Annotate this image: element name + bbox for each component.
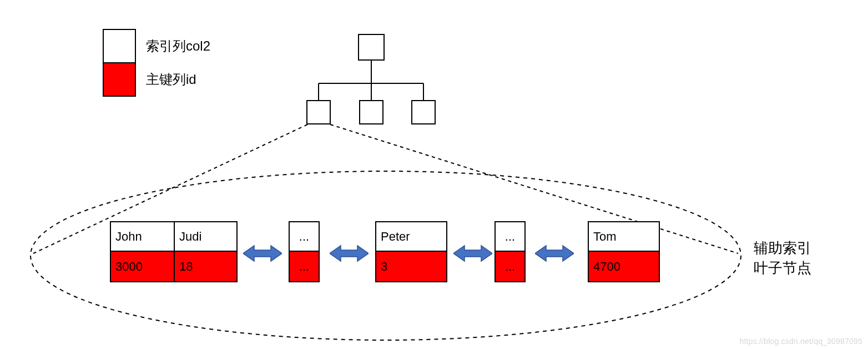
caption-line: 辅助索引: [754, 238, 811, 258]
diagram-caption: 辅助索引 叶子节点: [754, 238, 811, 278]
svg-marker-11: [535, 246, 574, 261]
caption-line: 叶子节点: [754, 258, 811, 278]
double-arrow-icon: [453, 245, 492, 262]
tree-child-node: [411, 100, 436, 124]
svg-marker-8: [243, 246, 282, 261]
leaf-node: Peter 3: [375, 221, 447, 282]
tree-root-node: [358, 34, 385, 61]
legend-swatch-red: [103, 62, 136, 97]
leaf-id: ...: [290, 252, 319, 281]
leaf-id: 4700: [589, 252, 659, 281]
leaf-id: ...: [496, 252, 524, 281]
leaf-id: 3000: [111, 252, 174, 281]
svg-marker-10: [453, 246, 492, 261]
leaf-col2: ...: [290, 222, 319, 251]
leaf-col2: Judi: [174, 222, 236, 251]
tree-child-node: [306, 100, 331, 124]
leaf-node: John Judi 3000 18: [110, 221, 238, 282]
leaf-id: 3: [376, 252, 446, 281]
leaf-col2: ...: [496, 222, 524, 251]
leaf-node: Tom 4700: [588, 221, 660, 282]
legend-row-pk: 主键列id: [103, 62, 210, 97]
leaf-id: 18: [174, 252, 236, 281]
svg-marker-9: [330, 246, 369, 261]
leaf-col2: Tom: [589, 222, 659, 251]
legend: 索引列col2 主键列id: [103, 29, 210, 97]
double-arrow-icon: [535, 245, 574, 262]
double-arrow-icon: [330, 245, 369, 262]
tree-child-node: [359, 100, 383, 124]
watermark: https://blog.csdn.net/qq_30987095: [740, 337, 862, 346]
double-arrow-icon: [243, 245, 282, 262]
leaf-col2: John: [111, 222, 174, 251]
leaf-node: ... ...: [494, 221, 526, 282]
legend-label-pk: 主键列id: [146, 71, 196, 88]
legend-swatch-white: [103, 29, 136, 63]
legend-row-index: 索引列col2: [103, 29, 210, 63]
legend-label-index: 索引列col2: [146, 37, 210, 55]
leaf-node: ... ...: [289, 221, 320, 282]
leaf-col2: Peter: [376, 222, 446, 251]
